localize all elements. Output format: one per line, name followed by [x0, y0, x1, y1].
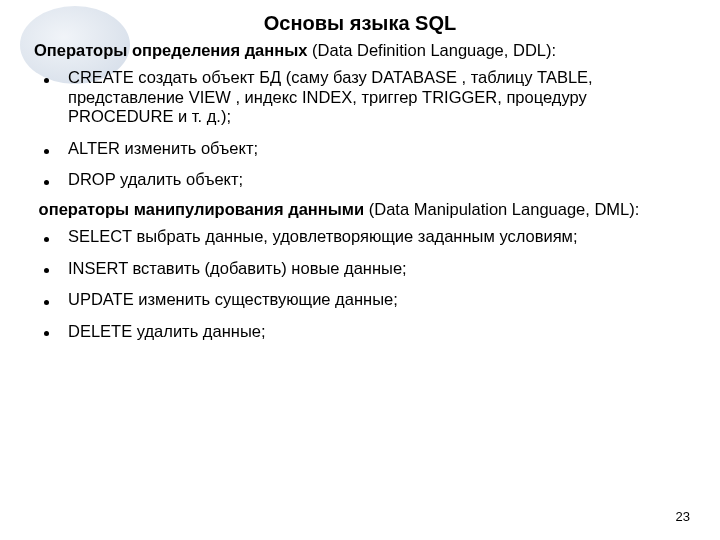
- slide-content: Основы языка SQL Операторы определения д…: [0, 0, 720, 347]
- dml-heading-rest: (Data Manipulation Language, DML):: [364, 200, 639, 218]
- ddl-heading-rest: (Data Definition Language, DDL):: [308, 41, 557, 59]
- ddl-heading-bold: Операторы определения данных: [34, 41, 308, 59]
- list-item: ALTER изменить объект;: [38, 133, 692, 164]
- dml-heading-bold: операторы манипулирования данными: [39, 200, 365, 218]
- ddl-heading: Операторы определения данных (Data Defin…: [28, 41, 692, 60]
- list-item: SELECT выбрать данные, удовлетворяющие з…: [38, 221, 692, 252]
- page-number: 23: [676, 509, 690, 524]
- list-item: DELETE удалить данные;: [38, 316, 692, 347]
- dml-list: SELECT выбрать данные, удовлетворяющие з…: [28, 221, 692, 347]
- list-item: INSERT вставить (добавить) новые данные;: [38, 253, 692, 284]
- ddl-list: CREATE создать объект БД (саму базу DATA…: [28, 62, 692, 195]
- list-item: UPDATE изменить существующие данные;: [38, 284, 692, 315]
- list-item: CREATE создать объект БД (саму базу DATA…: [38, 62, 692, 132]
- list-item: DROP удалить объект;: [38, 164, 692, 195]
- dml-heading: операторы манипулирования данными (Data …: [28, 200, 692, 219]
- page-title: Основы языка SQL: [28, 12, 692, 35]
